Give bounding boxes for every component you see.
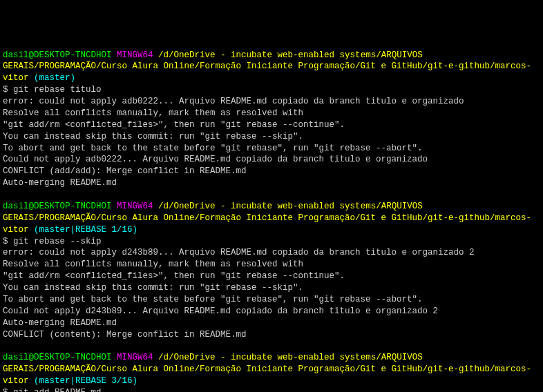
- output-line: To abort and get back to the state befor…: [3, 143, 540, 155]
- command-line: $ git rebase titulo: [3, 84, 540, 96]
- output-line: Resolve all conflicts manually, mark the…: [3, 259, 540, 271]
- output-line: error: could not apply adb0222... Arquiv…: [3, 96, 540, 108]
- prompt-mingw: MINGW64: [117, 353, 153, 362]
- output-line: You can instead skip this commit: run "g…: [3, 131, 540, 143]
- output-line: "git add/rm <conflicted_files>", then ru…: [3, 119, 540, 131]
- output-line: Resolve all conflicts manually, mark the…: [3, 108, 540, 119]
- prompt-line-1: dasil@DESKTOP-TNCDHOI MINGW64 /d/OneDriv…: [3, 50, 540, 85]
- prompt-line-2: dasil@DESKTOP-TNCDHOI MINGW64 /d/OneDriv…: [3, 201, 540, 236]
- prompt-mingw: MINGW64: [117, 202, 153, 211]
- prompt-user: dasil@DESKTOP-TNCDHOI: [3, 202, 112, 211]
- output-line: CONFLICT (content): Merge conflict in RE…: [3, 329, 540, 341]
- output-line: Could not apply d243b89... Arquivo READM…: [3, 306, 540, 317]
- output-line: CONFLICT (add/add): Merge conflict in RE…: [3, 166, 540, 177]
- prompt-branch: (master|REBASE 1/16): [34, 225, 137, 235]
- prompt-user: dasil@DESKTOP-TNCDHOI: [3, 50, 112, 60]
- prompt-user: dasil@DESKTOP-TNCDHOI: [3, 353, 112, 362]
- prompt-branch: (master|REBASE 3/16): [34, 376, 137, 386]
- command-line: $ git add README.md: [3, 387, 540, 392]
- output-line: To abort and get back to the state befor…: [3, 294, 540, 306]
- output-line: You can instead skip this commit: run "g…: [3, 282, 540, 294]
- prompt-mingw: MINGW64: [117, 50, 153, 60]
- output-line: "git add/rm <conflicted_files>", then ru…: [3, 271, 540, 282]
- output-line: Auto-merging README.md: [3, 317, 540, 329]
- output-line: error: could not apply d243b89... Arquiv…: [3, 247, 540, 259]
- output-line: Could not apply adb0222... Arquivo READM…: [3, 154, 540, 166]
- terminal-window[interactable]: dasil@DESKTOP-TNCDHOI MINGW64 /d/OneDriv…: [3, 50, 540, 393]
- blank-line: [3, 189, 540, 201]
- prompt-branch: (master): [34, 73, 75, 83]
- command-line: $ git rebase --skip: [3, 236, 540, 248]
- blank-line: [3, 340, 540, 352]
- prompt-line-3: dasil@DESKTOP-TNCDHOI MINGW64 /d/OneDriv…: [3, 352, 540, 387]
- output-line: Auto-merging README.md: [3, 177, 540, 189]
